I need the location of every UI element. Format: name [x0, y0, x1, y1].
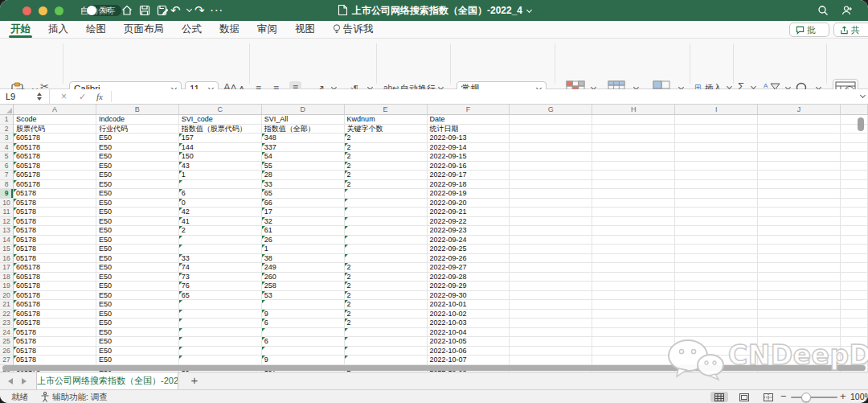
row-header-17[interactable]: 17 — [0, 263, 14, 273]
cell[interactable]: 2 — [345, 134, 428, 143]
cell[interactable] — [841, 208, 868, 217]
cell[interactable]: 指数值（全部） — [262, 125, 345, 134]
cell[interactable]: 74 — [179, 263, 262, 273]
cell[interactable] — [841, 254, 868, 264]
formula-input[interactable] — [113, 89, 852, 105]
cell[interactable]: 2022-09-14 — [428, 143, 510, 153]
cell[interactable] — [510, 291, 592, 301]
cell[interactable]: 2022-10-05 — [428, 337, 510, 347]
cell[interactable] — [510, 337, 592, 347]
cell[interactable] — [345, 208, 428, 217]
cell[interactable] — [675, 347, 758, 356]
cell[interactable] — [510, 319, 592, 328]
cell[interactable]: 605178 — [14, 300, 96, 310]
cell[interactable] — [345, 189, 428, 199]
cell[interactable]: 2 — [345, 143, 428, 153]
cell[interactable]: 2022-09-25 — [428, 245, 510, 254]
cell[interactable] — [841, 337, 868, 347]
cell[interactable]: 605178 — [14, 152, 96, 162]
cell[interactable] — [841, 171, 868, 180]
cell[interactable]: 2022-09-27 — [428, 263, 510, 273]
cell[interactable]: 605178 — [14, 319, 96, 328]
cell[interactable] — [841, 226, 868, 236]
cell[interactable] — [675, 356, 758, 365]
column-header-F[interactable]: F — [428, 105, 510, 115]
autosave-toggle[interactable]: 关闭 — [86, 5, 121, 16]
ribbon-tab-数据[interactable]: 数据 — [212, 21, 247, 39]
cell[interactable] — [841, 217, 868, 227]
cell[interactable] — [179, 245, 262, 254]
cell[interactable] — [510, 273, 592, 282]
cell[interactable] — [758, 337, 841, 347]
cell[interactable] — [592, 226, 675, 236]
row-header-12[interactable]: 12 — [0, 217, 14, 227]
cell[interactable] — [510, 282, 592, 291]
cell[interactable]: E50 — [96, 143, 179, 153]
cell[interactable]: 6 — [262, 337, 345, 347]
cell[interactable] — [841, 199, 868, 208]
cell[interactable] — [841, 273, 868, 282]
cell[interactable] — [592, 291, 675, 301]
cell[interactable]: 26 — [262, 236, 345, 245]
cell[interactable] — [675, 171, 758, 180]
cell[interactable]: 2022-09-28 — [428, 273, 510, 282]
cell[interactable]: 6 — [179, 189, 262, 199]
cell[interactable]: 61 — [262, 226, 345, 236]
next-sheet-icon[interactable] — [22, 378, 27, 384]
cell[interactable]: 2022-09-17 — [428, 171, 510, 180]
cell[interactable] — [592, 245, 675, 254]
page-layout-view-button[interactable] — [735, 392, 753, 402]
cell[interactable] — [510, 347, 592, 356]
cell[interactable]: 2022-09-22 — [428, 217, 510, 227]
cell[interactable] — [510, 300, 592, 310]
cell[interactable] — [758, 226, 841, 236]
maximize-window-button[interactable] — [55, 6, 63, 15]
cell[interactable]: 2 — [345, 152, 428, 162]
cell[interactable] — [592, 310, 675, 319]
cell[interactable]: 605178 — [14, 171, 96, 180]
cell[interactable]: 2022-09-16 — [428, 162, 510, 171]
cell[interactable]: SVI_code — [179, 115, 262, 125]
cell[interactable]: 73 — [179, 273, 262, 282]
column-header-A[interactable]: A — [14, 105, 96, 115]
cell[interactable] — [592, 236, 675, 245]
cell[interactable] — [675, 208, 758, 217]
cell[interactable]: 2022-09-30 — [428, 291, 510, 301]
cell[interactable] — [675, 337, 758, 347]
cell[interactable]: 统计日期 — [428, 125, 510, 134]
cell[interactable]: 55 — [262, 162, 345, 171]
row-header-8[interactable]: 8 — [0, 180, 14, 190]
cell[interactable] — [675, 291, 758, 301]
sheet-tab-active[interactable]: 上市公司网络搜索指数（全国）-2022 — [36, 372, 178, 390]
cell[interactable]: 9 — [262, 310, 345, 319]
cell[interactable] — [758, 208, 841, 217]
cell[interactable] — [179, 310, 262, 319]
cell[interactable] — [510, 208, 592, 217]
document-title-area[interactable]: 上市公司网络搜索指数（全国）-2022_4 — [338, 0, 531, 21]
cell[interactable] — [675, 125, 758, 134]
cell[interactable] — [592, 152, 675, 162]
cell[interactable] — [758, 356, 841, 365]
cell[interactable]: 05178 — [14, 189, 96, 199]
previous-sheet-icon[interactable] — [8, 378, 13, 384]
cell[interactable] — [758, 282, 841, 291]
cell[interactable]: 05178 — [14, 254, 96, 264]
cell[interactable] — [758, 134, 841, 143]
cell[interactable] — [758, 217, 841, 227]
cell[interactable]: 2022-09-26 — [428, 254, 510, 264]
cell[interactable] — [675, 236, 758, 245]
cell[interactable]: 05178 — [14, 236, 96, 245]
row-header-27[interactable]: 27 — [0, 356, 14, 365]
cell[interactable]: 2022-09-13 — [428, 134, 510, 143]
column-header-G[interactable]: G — [510, 105, 592, 115]
zoom-slider-knob[interactable] — [801, 393, 811, 402]
vertical-scrollbar[interactable] — [858, 117, 864, 131]
cell[interactable] — [510, 254, 592, 264]
cell[interactable] — [592, 337, 675, 347]
cell[interactable] — [592, 273, 675, 282]
cell[interactable] — [345, 254, 428, 264]
row-header-4[interactable]: 4 — [0, 143, 14, 153]
cell[interactable] — [592, 162, 675, 171]
insert-function-icon[interactable]: fx — [96, 89, 103, 105]
cell[interactable]: 2022-09-29 — [428, 282, 510, 291]
